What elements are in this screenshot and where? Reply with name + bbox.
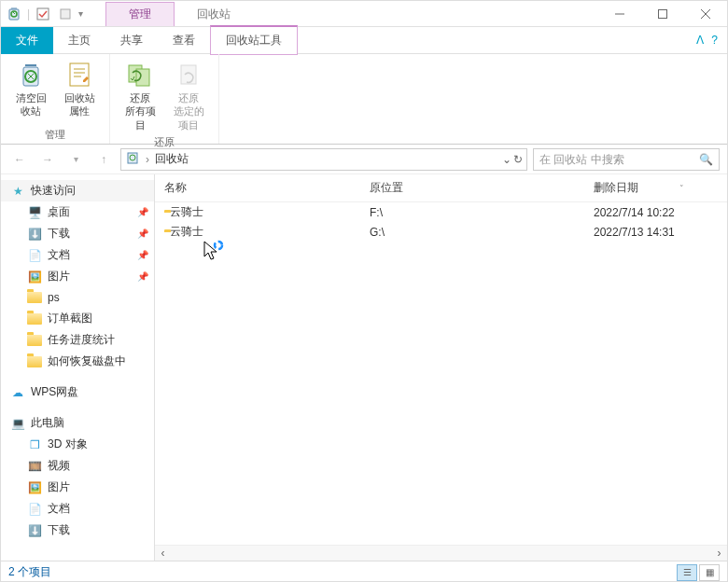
svg-rect-16	[181, 65, 196, 84]
empty-bin-icon	[16, 60, 46, 90]
qat-item-icon[interactable]	[56, 5, 75, 23]
folder-icon	[27, 290, 42, 305]
star-icon: ★	[10, 184, 25, 199]
sidebar-item-3d[interactable]: ❒3D 对象	[1, 434, 154, 455]
pin-icon: 📌	[137, 229, 148, 239]
back-button[interactable]: ←	[8, 148, 31, 171]
quick-access-toolbar: | ▾	[1, 5, 87, 23]
search-box[interactable]: 🔍	[533, 148, 720, 171]
sidebar-item-recover[interactable]: 如何恢复磁盘中	[1, 351, 154, 372]
sidebar-item-wps[interactable]: ☁WPS网盘	[1, 381, 154, 403]
sidebar-item-documents-pc[interactable]: 📄文档	[1, 498, 154, 520]
sidebar-item-label: 视频	[48, 458, 70, 474]
sidebar-item-label: ps	[48, 291, 60, 304]
sidebar-item-label: WPS网盘	[31, 384, 78, 400]
folder-icon	[27, 333, 42, 348]
checkbox-icon[interactable]	[34, 5, 52, 23]
group-manage-label: 管理	[8, 126, 102, 142]
search-input[interactable]	[539, 153, 699, 166]
ribbon-group-manage: 清空回 收站 回收站 属性 管理	[1, 54, 110, 144]
properties-label: 回收站 属性	[64, 91, 95, 118]
scroll-right-icon[interactable]: ›	[711, 547, 727, 560]
sidebar-item-label: 下载	[48, 226, 70, 242]
sidebar-item-label: 任务进度统计	[48, 332, 115, 348]
list-item[interactable]: 云骑士 F:\ 2022/7/14 10:22	[155, 202, 727, 222]
help-icon[interactable]: ?	[711, 34, 718, 47]
sidebar-item-label: 订单截图	[48, 311, 92, 326]
group-restore-label: 还原	[118, 133, 211, 149]
navigation-pane[interactable]: ★快速访问 🖥️桌面📌 ⬇️下载📌 📄文档📌 🖼️图片📌 ps 订单截图 任务进…	[1, 174, 155, 561]
video-icon: 🎞️	[27, 459, 42, 474]
sidebar-item-pictures-pc[interactable]: 🖼️图片	[1, 477, 154, 498]
item-count: 2 个项目	[8, 564, 51, 580]
sidebar-item-desktop[interactable]: 🖥️桌面📌	[1, 201, 154, 223]
recent-locations-icon[interactable]: ▾	[64, 148, 87, 171]
sidebar-item-label: 下载	[48, 522, 70, 538]
sidebar-item-label: 图片	[48, 479, 70, 495]
empty-recycle-button[interactable]: 清空回 收站	[8, 58, 53, 126]
restore-selected-button[interactable]: 还原 选定的项目	[166, 58, 211, 133]
horizontal-scrollbar[interactable]: ‹ ›	[155, 545, 727, 561]
sidebar-item-documents[interactable]: 📄文档📌	[1, 244, 154, 266]
properties-button[interactable]: 回收站 属性	[57, 58, 102, 126]
forward-button[interactable]: →	[36, 148, 59, 171]
item-name: 云骑士	[170, 224, 203, 240]
window-controls	[598, 1, 727, 27]
sidebar-item-videos[interactable]: 🎞️视频	[1, 455, 154, 477]
folder-icon	[27, 354, 42, 369]
up-button[interactable]: ↑	[92, 148, 115, 171]
icons-view-button[interactable]: ▦	[699, 564, 720, 581]
restore-all-button[interactable]: 还原 所有项目	[118, 58, 162, 133]
file-rows[interactable]: 云骑士 F:\ 2022/7/14 10:22 云骑士 G:\ 2022/7/1…	[155, 202, 727, 545]
tab-share[interactable]: 共享	[105, 27, 158, 54]
tab-recycle-tools[interactable]: 回收站工具	[210, 25, 298, 55]
sidebar-item-tasks[interactable]: 任务进度统计	[1, 329, 154, 351]
list-item[interactable]: 云骑士 G:\ 2022/7/13 14:31	[155, 222, 727, 242]
pc-icon: 💻	[10, 416, 25, 431]
maximize-button[interactable]	[641, 1, 684, 27]
tab-view[interactable]: 查看	[158, 27, 210, 54]
sidebar-item-orders[interactable]: 订单截图	[1, 308, 154, 329]
pin-icon: 📌	[137, 250, 148, 260]
pin-icon: 📌	[137, 207, 148, 217]
empty-recycle-label: 清空回 收站	[16, 91, 47, 118]
restore-all-icon	[125, 60, 155, 90]
restore-all-label: 还原 所有项目	[121, 91, 159, 132]
restore-selected-label: 还原 选定的项目	[170, 91, 207, 132]
tab-home[interactable]: 主页	[53, 27, 105, 54]
sidebar-item-label: 快速访问	[31, 183, 76, 199]
svg-rect-10	[70, 63, 89, 86]
sidebar-item-downloads[interactable]: ⬇️下载📌	[1, 223, 154, 244]
column-original-location[interactable]: 原位置	[370, 180, 594, 196]
breadcrumb[interactable]: › 回收站 ⌄ ↻	[120, 148, 527, 171]
sidebar-item-downloads-pc[interactable]: ⬇️下载	[1, 520, 154, 541]
details-view-button[interactable]: ☰	[677, 564, 697, 581]
qat-divider: |	[27, 7, 30, 21]
column-name[interactable]: 名称	[164, 180, 370, 196]
documents-icon: 📄	[27, 502, 42, 517]
item-name: 云骑士	[170, 204, 203, 220]
breadcrumb-chevron-icon[interactable]: ›	[146, 153, 149, 166]
breadcrumb-item[interactable]: 回收站	[155, 151, 189, 167]
minimize-button[interactable]	[598, 1, 641, 27]
sort-indicator-icon: ˅	[679, 184, 684, 193]
close-button[interactable]	[684, 1, 727, 27]
scrollbar-track[interactable]	[171, 548, 711, 558]
sidebar-item-quick-access[interactable]: ★快速访问	[1, 180, 154, 201]
address-dropdown-icon[interactable]: ⌄	[502, 153, 511, 166]
file-list-pane: 名称 原位置 删除日期˅ 云骑士 F:\ 2022/7/14 10:22 云骑士…	[155, 174, 727, 561]
column-date-deleted[interactable]: 删除日期˅	[594, 180, 718, 196]
sidebar-item-thispc[interactable]: 💻此电脑	[1, 412, 154, 434]
scroll-left-icon[interactable]: ‹	[155, 547, 171, 560]
search-icon[interactable]: 🔍	[699, 153, 713, 166]
tab-file[interactable]: 文件	[1, 27, 53, 54]
sidebar-item-pictures[interactable]: 🖼️图片📌	[1, 266, 154, 287]
ribbon-collapse-icon[interactable]: ᐱ	[696, 34, 704, 47]
sidebar-item-label: 文档	[48, 247, 70, 263]
downloads-icon: ⬇️	[27, 523, 42, 538]
sidebar-item-ps[interactable]: ps	[1, 287, 154, 308]
documents-icon: 📄	[27, 248, 42, 263]
refresh-icon[interactable]: ↻	[513, 153, 523, 166]
ribbon-tabs: 文件 主页 共享 查看 回收站工具 ᐱ ?	[1, 27, 727, 53]
qat-dropdown-icon[interactable]: ▾	[78, 8, 83, 19]
